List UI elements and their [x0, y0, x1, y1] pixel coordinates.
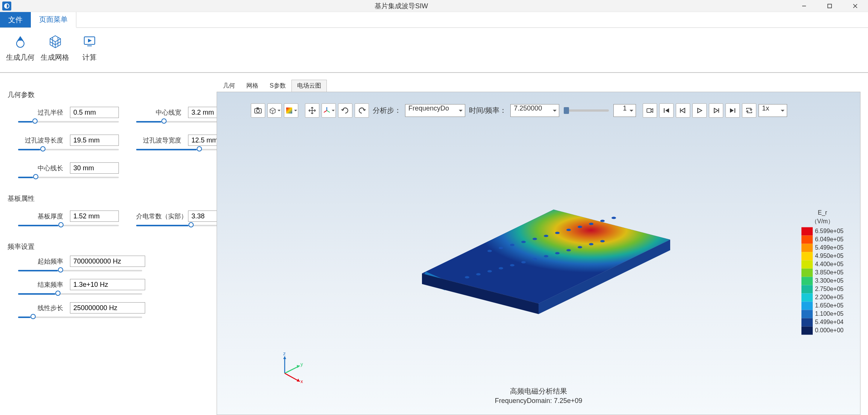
play-rate-select[interactable]: 1x	[759, 104, 787, 117]
close-button[interactable]	[842, 0, 868, 12]
svg-point-42	[600, 240, 605, 242]
legend-tick: 4.400e+05	[815, 260, 844, 268]
ribbon-compute[interactable]: 计算	[72, 31, 107, 72]
legend-tick: 1.650e+05	[815, 301, 844, 310]
svg-marker-61	[283, 356, 286, 359]
slider-sub-thk[interactable]	[18, 223, 119, 227]
svg-line-13	[327, 111, 330, 112]
svg-point-52	[589, 223, 593, 225]
cube-view-icon[interactable]	[267, 103, 282, 118]
input-fstart[interactable]	[70, 256, 145, 267]
legend-tick: 2.200e+05	[815, 293, 844, 301]
svg-rect-1	[828, 4, 832, 8]
record-icon[interactable]	[643, 103, 657, 118]
svg-line-14	[324, 111, 327, 112]
colormap-icon[interactable]	[284, 103, 298, 118]
legend-tick: 4.950e+05	[815, 252, 844, 260]
section-geom: 几何参数	[8, 90, 209, 99]
param-wg-len: 过孔波导长度	[18, 135, 119, 151]
svg-point-46	[521, 241, 526, 243]
slider-fstart[interactable]	[18, 268, 142, 272]
canvas[interactable]: 分析步： FrequencyDo 时间/频率： 7.250000 1 1x	[217, 92, 860, 415]
param-center-width: 中心线宽	[136, 107, 217, 123]
time-freq-select[interactable]: 7.250000	[510, 104, 559, 117]
tab-geom[interactable]: 几何	[217, 80, 241, 92]
svg-marker-18	[681, 108, 685, 113]
compute-icon	[81, 33, 98, 50]
minimize-button[interactable]	[791, 0, 817, 12]
rotate-cw-icon[interactable]	[338, 103, 352, 118]
tab-sparam[interactable]: S参数	[264, 80, 291, 92]
menu-page[interactable]: 页面菜单	[31, 12, 76, 28]
title-bar: 基片集成波导SIW	[0, 0, 868, 12]
slider-center-width[interactable]	[136, 120, 217, 123]
svg-point-49	[555, 232, 560, 234]
input-eps[interactable]	[188, 211, 217, 222]
input-fend[interactable]	[70, 279, 145, 290]
camera-icon[interactable]	[251, 103, 265, 118]
input-fstep[interactable]	[70, 302, 145, 314]
menu-file[interactable]: 文件	[0, 12, 31, 27]
input-sub-thk[interactable]	[70, 211, 119, 222]
svg-text:x: x	[300, 379, 303, 384]
app-logo	[2, 2, 11, 11]
svg-point-37	[544, 255, 548, 257]
input-wg-wid[interactable]	[188, 135, 217, 146]
svg-marker-23	[730, 108, 734, 113]
svg-text:y: y	[300, 361, 303, 367]
legend-tick: 5.499e+04	[815, 318, 844, 326]
svg-rect-16	[664, 108, 665, 113]
frame-input[interactable]: 1	[613, 104, 636, 117]
step-fwd-icon[interactable]	[709, 103, 723, 118]
section-freq: 频率设置	[8, 242, 209, 251]
slider-wg-wid[interactable]	[136, 147, 217, 151]
rotate-ccw-icon[interactable]	[355, 103, 369, 118]
move-icon[interactable]	[305, 103, 319, 118]
input-center-width[interactable]	[188, 107, 217, 118]
analysis-step-select[interactable]: FrequencyDo	[405, 104, 465, 117]
view-tabs: 几何 网格 S参数 电场云图	[217, 80, 860, 92]
svg-point-50	[566, 229, 571, 231]
svg-point-32	[487, 270, 492, 273]
loop-icon[interactable]	[742, 103, 756, 118]
input-via-radius[interactable]	[70, 107, 119, 118]
ribbon-generate-mesh[interactable]: 生成网格	[38, 31, 72, 72]
input-center-len[interactable]	[70, 162, 119, 174]
slider-via-radius[interactable]	[18, 120, 119, 123]
play-icon[interactable]	[692, 103, 707, 118]
svg-point-30	[465, 276, 469, 279]
slider-wg-len[interactable]	[18, 147, 119, 151]
ribbon-generate-geometry[interactable]: 生成几何	[3, 31, 38, 72]
skip-end-icon[interactable]	[725, 103, 740, 118]
color-legend: E_r （V/m） 6.599e+056.049e+055.499e+054.9…	[801, 209, 844, 335]
svg-marker-21	[714, 108, 718, 113]
svg-point-51	[578, 226, 582, 228]
maximize-button[interactable]	[817, 0, 842, 12]
slider-fstep[interactable]	[18, 315, 142, 319]
slider-eps[interactable]	[136, 223, 217, 227]
legend-tick: 1.100e+05	[815, 310, 844, 318]
param-via-radius: 过孔半径	[18, 107, 119, 123]
svg-point-44	[499, 247, 503, 249]
efield-plot	[392, 176, 685, 338]
axis-xyz-icon[interactable]	[322, 103, 336, 118]
svg-rect-10	[256, 108, 259, 109]
svg-marker-62	[297, 365, 300, 368]
svg-marker-20	[698, 108, 702, 113]
param-sub-thk: 基板厚度	[18, 211, 119, 227]
step-back-icon[interactable]	[676, 103, 690, 118]
input-wg-len[interactable]	[70, 135, 119, 146]
canvas-toolbar: 分析步： FrequencyDo 时间/频率： 7.250000 1 1x	[251, 103, 826, 118]
svg-marker-6	[88, 39, 92, 42]
slider-center-len[interactable]	[18, 175, 119, 179]
svg-point-34	[510, 264, 514, 267]
time-freq-label: 时间/频率：	[469, 106, 507, 115]
tab-efield[interactable]: 电场云图	[291, 80, 327, 92]
svg-rect-15	[647, 109, 651, 112]
window-title: 基片集成波导SIW	[11, 2, 791, 11]
tab-mesh[interactable]: 网格	[241, 80, 264, 92]
time-slider[interactable]	[564, 109, 609, 112]
skip-start-icon[interactable]	[659, 103, 674, 118]
svg-point-36	[533, 258, 537, 261]
slider-fend[interactable]	[18, 292, 142, 295]
